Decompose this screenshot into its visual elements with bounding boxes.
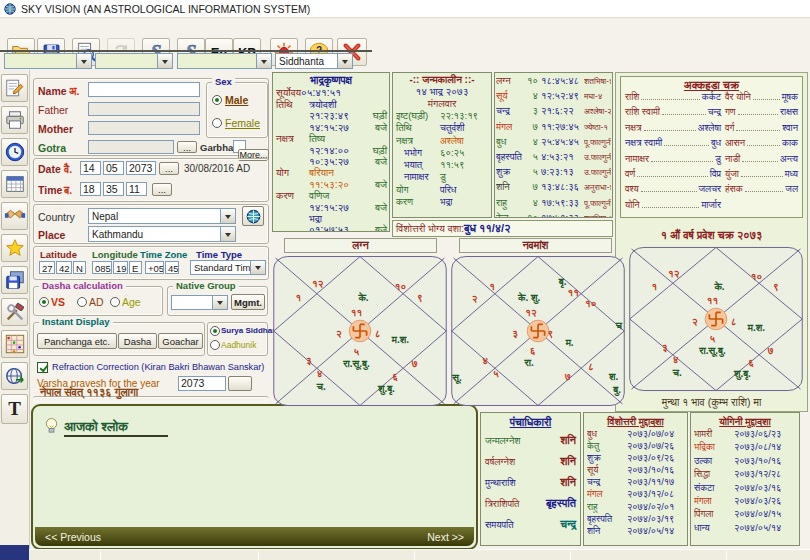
country-select[interactable]: Nepal xyxy=(88,208,236,224)
dasha-row: भामरी२०७३/०६/२३ xyxy=(691,428,799,441)
house-number: ८ xyxy=(375,328,381,340)
panchadhikari-row: वर्षलग्नेशशनि xyxy=(481,451,580,472)
akahada-value: विप्र xyxy=(710,169,721,180)
window-title: SKY VISION (AN ASTROLOGICAL INFORMATION … xyxy=(21,3,310,15)
atlas-button[interactable] xyxy=(242,206,264,226)
place-select[interactable]: Kathmandu xyxy=(88,226,236,242)
ad-radio[interactable] xyxy=(77,297,87,307)
lon-dir-input[interactable]: E xyxy=(129,261,142,274)
sidebar-print-button[interactable] xyxy=(1,106,28,134)
sidebar-match-button[interactable] xyxy=(1,202,28,230)
lon-min-input[interactable]: 19 xyxy=(113,261,128,274)
dasha-planet: बुध xyxy=(587,428,627,440)
janma-label: भभोग xyxy=(404,147,440,159)
sidebar-favourite-button[interactable] xyxy=(1,234,28,262)
dasha-row: शुक्र२०७३/०९/२६ xyxy=(584,452,687,464)
vs-radio[interactable] xyxy=(39,297,49,307)
timetype-select[interactable]: Standard Time xyxy=(190,260,266,275)
akahada-label: योनि xyxy=(625,200,640,211)
panchadhikari-row: मुन्थाराशिशनि xyxy=(481,472,580,493)
sidebar-export-button[interactable] xyxy=(1,362,28,390)
date-year-input[interactable]: 2073 xyxy=(126,161,156,175)
native-group-select[interactable] xyxy=(171,295,228,310)
dasha-row: उल्का२०७३/१०/१६ xyxy=(691,455,799,468)
dasha-row: बृहस्पति२०७४/०३/१९ xyxy=(584,513,687,525)
lat-dir-input[interactable]: N xyxy=(73,261,86,274)
yogini-panel: योगिनी मुद्दादशा भामरी२०७३/०६/२३भद्रिका२… xyxy=(690,412,800,546)
akahada-value: डु xyxy=(715,154,721,165)
time-second-input[interactable]: 11 xyxy=(126,182,147,196)
akahada-value: मूषक xyxy=(782,92,798,103)
varsha-input[interactable]: 2073 xyxy=(178,376,226,391)
sidebar-edit-button[interactable] xyxy=(1,74,28,102)
age-label[interactable]: Age xyxy=(122,296,141,308)
sidebar-chart-button[interactable] xyxy=(1,330,28,358)
app-globe-icon xyxy=(4,3,16,15)
dasha-date: २०७३/१२/०८ xyxy=(627,488,684,500)
tz-min-input[interactable]: 45 xyxy=(165,261,179,274)
age-radio[interactable] xyxy=(110,297,120,307)
sidebar-text-button[interactable]: T xyxy=(1,394,28,424)
akahada-label: राशि स्वामी xyxy=(625,107,660,118)
chart-select-3[interactable] xyxy=(177,53,272,69)
time-unit: घड़ी xyxy=(373,110,387,121)
father-label: Father xyxy=(38,104,68,116)
lat-min-input[interactable]: 42 xyxy=(56,261,72,274)
name-input[interactable] xyxy=(88,82,200,97)
date-month-input[interactable]: 05 xyxy=(103,161,124,175)
vs-label[interactable]: VS xyxy=(51,296,65,308)
mother-input[interactable] xyxy=(88,121,200,135)
aadhunik-label[interactable]: Aadhunik xyxy=(221,340,256,350)
ad-label[interactable]: AD xyxy=(89,296,104,308)
akahada-panel: अक्कहडा चक्र राशिकर्कटराशि स्वामीचन्द्रन… xyxy=(620,76,803,218)
date-browse-button[interactable]: ... xyxy=(159,162,179,175)
sidebar-time-button[interactable] xyxy=(1,138,28,166)
goachar-button[interactable]: Goachar xyxy=(158,333,203,349)
sidebar-save-button[interactable] xyxy=(1,266,28,294)
planet-row: सूर्य४१२:५२:४९मघा-४ xyxy=(495,89,612,104)
refraction-checkbox[interactable] xyxy=(37,362,48,373)
gotra-input[interactable] xyxy=(88,140,174,154)
time-value: ०१:५७:५३ xyxy=(309,224,349,232)
dasha-date: २०७४/०५/१४ xyxy=(627,525,684,537)
time-minute-input[interactable]: 35 xyxy=(103,182,124,196)
chart-select-2[interactable] xyxy=(95,53,173,69)
sex-label: Sex xyxy=(212,76,235,88)
varsha-chart: १२११०९११२८५३४७६के.म.श.रा.सू.बु.च.शु.बृ. xyxy=(628,246,804,392)
male-label[interactable]: Male xyxy=(225,94,248,106)
previous-button[interactable]: << Previous xyxy=(45,531,101,543)
varsha-spin[interactable] xyxy=(228,376,252,391)
janma-row: इष्ट(घड़ी)२२:१३:१९ xyxy=(393,110,491,122)
sidebar-tools-button[interactable] xyxy=(1,298,28,326)
gotra-browse-button[interactable]: ... xyxy=(177,141,197,153)
calendar-icon xyxy=(4,173,26,195)
panchanga-button[interactable]: Panchanga etc. xyxy=(37,333,117,349)
time-hour-input[interactable]: 18 xyxy=(80,182,101,196)
tz-hour-input[interactable]: +05 xyxy=(145,261,164,274)
lat-deg-input[interactable]: 27 xyxy=(39,261,55,274)
female-radio[interactable] xyxy=(212,118,222,128)
panchanga-name: वणिज xyxy=(309,190,389,201)
aadhunik-radio[interactable] xyxy=(210,340,220,350)
janma-value: परिध xyxy=(440,184,491,196)
siddhanta-select[interactable]: Siddhanta xyxy=(275,53,353,69)
sidebar-calendar-button[interactable] xyxy=(1,170,28,198)
lon-deg-input[interactable]: 085 xyxy=(92,261,112,274)
father-input[interactable] xyxy=(88,102,200,116)
mgmt-button[interactable]: Mgmt. xyxy=(231,294,265,310)
planet-name: बुध xyxy=(496,135,526,149)
dasha-date: २०७३/१०/१६ xyxy=(627,464,684,476)
panchanga-label: करण xyxy=(276,190,309,232)
planet-mark: श. xyxy=(609,371,618,383)
next-button[interactable]: Next >> xyxy=(427,531,464,543)
male-radio[interactable] xyxy=(212,95,222,105)
dotted-leader xyxy=(753,99,780,100)
date-day-input[interactable]: 14 xyxy=(80,161,101,175)
female-label[interactable]: Female xyxy=(225,117,260,129)
chart-select-1[interactable] xyxy=(4,53,92,69)
panchanga-name: त्रयोदशी xyxy=(309,99,389,110)
surya-radio[interactable] xyxy=(210,326,220,336)
dasha-button[interactable]: Dasha xyxy=(118,333,157,349)
time-browse-button[interactable]: ... xyxy=(152,183,172,196)
latitude-label: Latitude xyxy=(40,249,77,260)
